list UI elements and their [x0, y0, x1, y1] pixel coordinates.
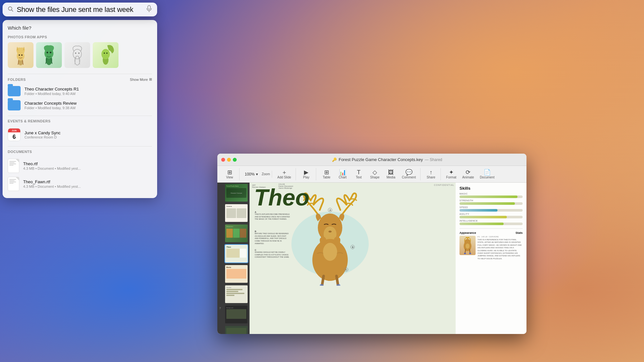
skill-bar-agility [459, 216, 507, 218]
fullscreen-button[interactable] [233, 158, 237, 162]
panel-question: Which file? [8, 25, 152, 31]
skill-bar-intelligence [459, 223, 504, 225]
table-label: Table [323, 176, 330, 179]
share-button[interactable]: ↑ Share [423, 168, 439, 180]
close-button[interactable] [221, 158, 225, 162]
skill-bar-bg-agility [459, 216, 523, 218]
document-button[interactable]: 📄 Document [477, 168, 497, 180]
skill-name-agility: AGILITY [459, 213, 523, 215]
photo-thumb-2[interactable] [36, 42, 62, 68]
keynote-window-inner: 🔑 Forest Puzzle Game Character Concepts.… [217, 154, 526, 334]
title-bar-center: 🔑 Forest Puzzle Game Character Concepts.… [251, 157, 523, 162]
skill-name-intelligence: INTELLIGENCE [459, 220, 523, 222]
slide-thumb-7[interactable]: 7 Background [217, 304, 250, 325]
appearance-section: Appearance Stats [459, 228, 523, 260]
char-figure-4 [93, 42, 118, 68]
zoom-control[interactable]: 100% ▾ [242, 171, 260, 178]
slide-inner-7: Background [225, 306, 248, 323]
slide-thumb-3[interactable]: Characters [217, 223, 250, 243]
text-icon: T [357, 169, 361, 175]
slide-thumb-1[interactable]: Forest Puzzle Game Character Concepts [217, 183, 250, 203]
share-label: Share [427, 176, 435, 179]
slide-preview-4: Theo [225, 245, 248, 262]
event-item-1[interactable]: JUN 6 June x Candy Sync Conference Room … [8, 126, 152, 143]
slide-inner-4: Theo [225, 245, 248, 262]
slide-canvas[interactable]: ART Ramón Gilabert COLOR Karan Daryanani… [250, 183, 526, 334]
folder-item-1[interactable]: Theo Character Concepts R1 Folder • Modi… [8, 84, 152, 98]
photo-thumb-3[interactable] [64, 42, 90, 68]
toolbar-group-zoom: 100% ▾ Zoom [240, 171, 272, 178]
documents-section-title: Documents [8, 150, 152, 154]
play-label: Play [303, 176, 309, 179]
slide-num-7: 7 [219, 307, 224, 310]
skill-bar-bg-magic [459, 195, 523, 198]
add-slide-button[interactable]: ＋ Add Slide [275, 168, 294, 180]
slide-thumb-8[interactable] [217, 325, 250, 334]
view-button[interactable]: ⊞ View [222, 168, 237, 180]
media-icon: 🖼 [388, 169, 394, 175]
microphone-icon[interactable] [146, 5, 152, 14]
stats-title: Stats [516, 231, 523, 234]
doc-item-1[interactable]: Theo.rtf 4.3 MB • Document • Modified ye… [8, 157, 152, 175]
folder-name-2: Character Concepts Review [24, 101, 152, 106]
table-icon: ⊞ [324, 169, 329, 175]
skill-row-strength: STRENGTH [459, 199, 523, 205]
svg-point-21 [78, 52, 80, 54]
spotlight-query-text[interactable]: Show the files June sent me last week [17, 5, 143, 14]
chart-button[interactable]: 📊 Chart [335, 168, 350, 180]
slide-preview-3: Characters [225, 224, 248, 242]
cal-day: 6 [13, 134, 16, 140]
slide-thumb-6[interactable]: Timeline [217, 284, 250, 304]
event-name: June x Candy Sync [24, 130, 152, 135]
cal-month: JUN [12, 129, 17, 132]
chart-label: Chart [339, 176, 346, 179]
photo-thumb-1[interactable] [8, 42, 33, 68]
appearance-content: 6'1 140 LB CERVIORE THIS IS A REFERENCE … [459, 236, 523, 260]
photo-thumb-4[interactable] [93, 42, 118, 68]
comment-button[interactable]: 💬 Comment [399, 168, 418, 180]
spotlight-results-panel: Which file? Photos From Apps [3, 20, 157, 198]
char-figure-small [459, 236, 476, 255]
doc-line [9, 183, 14, 184]
svg-point-9 [21, 54, 23, 56]
svg-point-29 [328, 231, 332, 233]
skill-row-speed: SPEED [459, 206, 523, 212]
skill-row-agility: AGILITY [459, 213, 523, 218]
format-button[interactable]: ✦ Format [443, 168, 459, 180]
folder-meta-2: Folder • Modified today, 9:38 AM [24, 106, 152, 110]
toolbar-group-insert: ⊞ Table 📊 Chart T Text ◇ Shape 🖼 Med [317, 168, 421, 180]
animate-label: Animate [462, 176, 474, 179]
doc-item-2[interactable]: Theo_Fawn.rtf 4.3 MB • Document • Modifi… [8, 175, 152, 193]
height-value: 6'1 [478, 236, 480, 238]
play-button[interactable]: ▶ Play [298, 168, 314, 180]
folder-item-2[interactable]: Character Concepts Review Folder • Modif… [8, 98, 152, 112]
shape-button[interactable]: ◇ Shape [367, 168, 383, 180]
svg-point-14 [47, 52, 48, 53]
table-button[interactable]: ⊞ Table [319, 168, 334, 180]
svg-point-20 [75, 52, 76, 54]
svg-point-42 [464, 253, 466, 254]
events-section-title: Events & Reminders [8, 119, 152, 123]
svg-text:C: C [346, 269, 347, 271]
chart-icon: 📊 [339, 169, 346, 175]
toolbar-group-share: ↑ Share [421, 168, 441, 180]
slide-inner-1: Forest Puzzle Game Character Concepts [225, 184, 248, 202]
skill-bar-bg-intelligence [459, 223, 523, 225]
appearance-title: Appearance [459, 231, 476, 234]
slide-thumb-4[interactable]: Theo [217, 243, 250, 264]
keynote-app-icon: 🔑 [332, 157, 337, 162]
keynote-toolbar: ⊞ View 100% ▾ Zoom ＋ Add Slide ▶ [217, 166, 526, 183]
svg-text:A: A [329, 209, 331, 211]
svg-point-15 [50, 52, 52, 53]
add-slide-icon: ＋ [281, 169, 287, 175]
play-icon: ▶ [304, 169, 308, 175]
animate-button[interactable]: ⟳ Animate [459, 168, 477, 180]
slide-panel[interactable]: Forest Puzzle Game Character Concepts Co… [217, 183, 250, 334]
spotlight-search-bar: Show the files June sent me last week [3, 3, 157, 16]
slide-thumb-5[interactable]: Moritz [217, 264, 250, 284]
show-more-button[interactable]: Show More ⊞ [130, 77, 152, 81]
media-button[interactable]: 🖼 Media [383, 168, 399, 180]
slide-thumb-2[interactable]: Contents [217, 203, 250, 223]
minimize-button[interactable] [227, 158, 231, 162]
text-button[interactable]: T Text [351, 168, 366, 180]
